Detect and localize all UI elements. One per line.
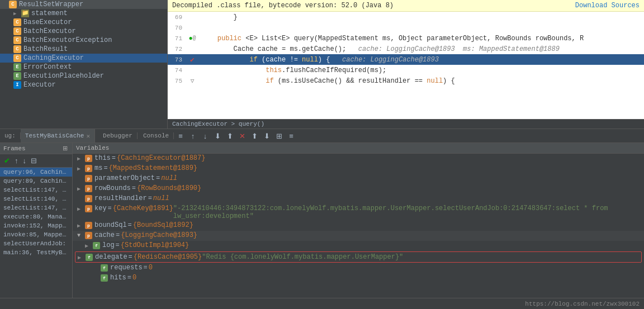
- code-line-74: 74 this.flushCacheIfRequired(ms);: [168, 65, 644, 75]
- sidebar-label: BatchExecutor: [23, 27, 76, 35]
- frame-filter-btn[interactable]: ⊟: [29, 156, 39, 165]
- toolbar-btn-down2[interactable]: ⬇: [261, 130, 272, 141]
- var-log[interactable]: ▶ f log = {StdOutImpl@1904}: [73, 241, 644, 251]
- var-delegate[interactable]: ▶ f delegate = {RedisCache@1905} "Redis …: [75, 251, 642, 263]
- var-this[interactable]: ▶ p this = {CachingExecutor@1887}: [73, 154, 644, 164]
- sidebar-item-executionplaceholder[interactable]: E ExecutionPlaceholder: [0, 72, 167, 80]
- file-sidebar: C ResultSetWrapper ▶ 📁 statement C BaseE…: [0, 0, 168, 129]
- close-icon[interactable]: ✕: [86, 132, 90, 140]
- sidebar-item-cachingexecutor[interactable]: C CachingExecutor: [0, 54, 167, 63]
- var-rowbounds[interactable]: ▶ p rowBounds = {RowBounds@1890}: [73, 184, 644, 194]
- line-gutter: ● @: [186, 35, 199, 42]
- sidebar-item-statement[interactable]: ▶ 📁 statement: [0, 9, 167, 18]
- frame-item-3[interactable]: selectList:140, Defa: [0, 194, 72, 203]
- class-icon: C: [13, 27, 21, 35]
- debugger-label: ug:: [0, 132, 21, 139]
- var-boundsql[interactable]: ▶ p boundSql = {BoundSql@1892}: [73, 221, 644, 231]
- interface-icon: I: [13, 81, 21, 89]
- toolbar-btn-down[interactable]: ↓: [200, 130, 211, 141]
- sidebar-item-executor[interactable]: I Executor: [0, 80, 167, 89]
- line-gutter: ▽: [186, 77, 199, 84]
- var-ms[interactable]: ▶ p ms = {MappedStatement@1889}: [73, 164, 644, 174]
- decompiled-banner: Decompiled .class file, bytecode version…: [168, 0, 644, 12]
- toolbar-btn-up2[interactable]: ⬆: [249, 130, 260, 141]
- f-icon: f: [101, 274, 108, 282]
- class-icon: C: [9, 1, 17, 8]
- line-content: if (cache != null) { cache: LoggingCache…: [199, 56, 644, 64]
- status-bar: https://blog.csdn.net/zwx300102: [0, 298, 644, 309]
- chevron-icon: ▶: [85, 243, 93, 249]
- frame-up-btn[interactable]: ↑: [13, 156, 20, 165]
- p-icon: p: [85, 175, 92, 182]
- var-cache[interactable]: ▼ p cache = {LoggingCache@1893}: [73, 231, 644, 241]
- frame-item-5[interactable]: execute:80, Manage: [0, 212, 72, 221]
- variables-title: Variables: [76, 145, 109, 151]
- sidebar-item-batchexecutor[interactable]: C BatchExecutor: [0, 27, 167, 36]
- debug-toolbar: Debugger Console ≡ ↑ ↓ ⬇ ⬆ ✕ ⬆ ⬇ ⊞ ≡: [95, 130, 300, 141]
- var-hits[interactable]: f hits = 0: [73, 273, 644, 283]
- frame-item-4[interactable]: selectList:147, Defa: [0, 203, 72, 212]
- chevron-icon: ▶: [78, 254, 86, 261]
- var-resulthandler[interactable]: p resultHandler = null: [73, 194, 644, 204]
- toolbar-btn-menu[interactable]: ≡: [175, 130, 186, 141]
- toolbar-btn-list[interactable]: ≡: [286, 130, 297, 141]
- frame-item-9[interactable]: main:36, TestMyBati: [0, 248, 72, 257]
- frame-item-0[interactable]: query:96, CachingEx: [0, 168, 72, 177]
- frame-item-6[interactable]: invoke:152, Mapper: [0, 221, 72, 230]
- chevron-icon: ▶: [77, 186, 85, 192]
- line-number: 69: [168, 14, 186, 21]
- frame-down-btn[interactable]: ↓: [21, 156, 29, 165]
- var-parameterobject[interactable]: p parameterObject = null: [73, 174, 644, 184]
- sidebar-label: ExecutionPlaceholder: [23, 72, 104, 80]
- p-icon: p: [85, 205, 92, 212]
- sidebar-label: ErrorContext: [23, 63, 72, 71]
- bottom-area: Frames ⊞ ✔ ↑ ↓ ⊟ query:96, CachingEx que…: [0, 143, 644, 298]
- console-section-label[interactable]: Console: [139, 132, 174, 139]
- chevron-icon: ▶: [77, 222, 85, 229]
- f-icon: f: [93, 242, 100, 249]
- decompiled-text: Decompiled .class file, bytecode version…: [172, 2, 394, 9]
- sidebar-label: BatchExecutorException: [23, 36, 112, 44]
- toolbar-btn-grid[interactable]: ⊞: [273, 130, 285, 141]
- p-icon: p: [85, 232, 92, 239]
- toolbar-btn-stepout[interactable]: ⬆: [224, 130, 235, 141]
- frame-item-8[interactable]: selectUserAndJob:: [0, 239, 72, 248]
- sidebar-label: BaseExecutor: [23, 18, 72, 26]
- line-number: 74: [168, 67, 186, 74]
- frames-toolbar: ✔ ↑ ↓ ⊟: [0, 154, 72, 168]
- breakpoint-icon: ✔: [190, 55, 195, 64]
- sidebar-item-resultsewrapper[interactable]: C ResultSetWrapper: [0, 0, 167, 9]
- frame-check-btn[interactable]: ✔: [2, 156, 12, 165]
- download-sources-link[interactable]: Download Sources: [575, 2, 640, 9]
- status-right: https://blog.csdn.net/zwx300102: [525, 301, 640, 307]
- code-line-72: 72 Cache cache = ms.getCache(); cache: L…: [168, 44, 644, 54]
- frames-list: query:96, CachingEx query:89, CachingEx …: [0, 168, 72, 298]
- frame-item-7[interactable]: invoke:85, MapperP: [0, 230, 72, 239]
- sidebar-item-batchresult[interactable]: C BatchResult: [0, 45, 167, 54]
- toolbar-btn-up[interactable]: ↑: [187, 130, 198, 141]
- var-key[interactable]: ▶ p key = {CacheKey@1891} "-2132410446:3…: [73, 204, 644, 221]
- f-icon: f: [101, 264, 108, 272]
- folder-icon: 📁: [21, 9, 29, 17]
- p-icon: p: [85, 195, 92, 202]
- class-icon: E: [13, 63, 21, 71]
- sidebar-label: Executor: [23, 81, 56, 89]
- toolbar-btn-stop[interactable]: ✕: [236, 130, 248, 141]
- toolbar-btn-stepover[interactable]: ⬇: [212, 130, 223, 141]
- variables-header: Variables: [73, 143, 644, 154]
- line-number: 73: [168, 56, 186, 63]
- arrow-icon: ●: [188, 35, 192, 42]
- tab-testmybatiscache[interactable]: TestMyBatisCache ✕: [21, 129, 95, 142]
- frames-panel: Frames ⊞ ✔ ↑ ↓ ⊟ query:96, CachingEx que…: [0, 143, 73, 298]
- frame-item-1[interactable]: query:89, CachingEx: [0, 177, 72, 186]
- sidebar-label: statement: [31, 9, 68, 17]
- line-gutter: ✔: [186, 55, 199, 64]
- frames-menu-btn[interactable]: ⊞: [61, 145, 69, 152]
- frame-item-2[interactable]: selectList:147, Defa: [0, 186, 72, 194]
- line-content: this.flushCacheIfRequired(ms);: [199, 66, 644, 74]
- sidebar-item-errorcontext[interactable]: E ErrorContext: [0, 63, 167, 72]
- sidebar-item-baseexecutor[interactable]: C BaseExecutor: [0, 18, 167, 27]
- var-requests[interactable]: f requests = 0: [73, 263, 644, 273]
- chevron-icon: ▶: [13, 11, 19, 17]
- sidebar-item-batchexecutorexception[interactable]: C BatchExecutorException: [0, 36, 167, 45]
